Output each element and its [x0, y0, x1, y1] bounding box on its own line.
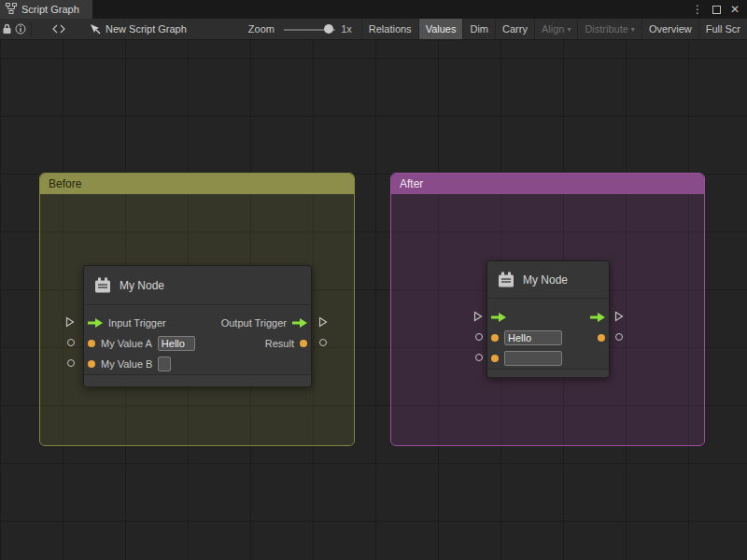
tab-title: Script Graph: [21, 4, 79, 15]
my-value-b-input[interactable]: [158, 357, 171, 371]
toolbar-buttons: Relations Values Dim Carry Align ▾ Distr…: [361, 19, 747, 40]
distribute-button[interactable]: Distribute ▾: [577, 19, 641, 40]
align-button[interactable]: Align ▾: [534, 19, 577, 40]
group-before-title: Before: [49, 177, 81, 190]
tab-bar: Script Graph ⋮ ✕: [0, 0, 747, 19]
value-input-port-icon[interactable]: [88, 360, 95, 368]
control-input-port-icon[interactable]: [491, 313, 506, 322]
port-label: Result: [265, 338, 294, 349]
graph-toolbar: New Script Graph Zoom 1x Relations Value…: [0, 19, 747, 40]
fullscreen-button[interactable]: Full Scr: [698, 19, 747, 40]
chevron-down-icon: ▾: [567, 25, 571, 34]
node-title: My Node: [523, 273, 568, 287]
script-graph-window: Script Graph ⋮ ✕: [0, 0, 747, 560]
external-value-port-icon[interactable]: [615, 333, 623, 341]
group-before-header[interactable]: Before: [40, 174, 354, 194]
zoom-label: Zoom: [248, 23, 275, 35]
graph-title-button[interactable]: New Script Graph: [90, 23, 187, 35]
control-output-port-icon[interactable]: [292, 318, 307, 328]
overview-label: Overview: [649, 23, 692, 35]
node-rows: [487, 299, 609, 369]
node-icon: [93, 277, 112, 294]
distribute-label: Distribute: [585, 23, 627, 35]
graph-title-icon: [90, 23, 101, 35]
port-label: My Value B: [101, 358, 152, 370]
port-row: Input Trigger Output Trigger: [84, 313, 311, 333]
window-controls: ⋮ ✕: [692, 0, 747, 19]
info-icon[interactable]: [13, 19, 26, 40]
value-input-port-icon[interactable]: [88, 340, 95, 347]
external-value-port-icon[interactable]: [475, 333, 483, 341]
overview-button[interactable]: Overview: [641, 19, 698, 40]
node-rows: Input Trigger Output Trigger My Valu: [84, 305, 311, 374]
control-input-port-icon[interactable]: [88, 318, 103, 328]
carry-label: Carry: [502, 23, 528, 35]
tab-script-graph[interactable]: Script Graph: [0, 0, 92, 19]
close-icon[interactable]: ✕: [730, 3, 740, 16]
node-header[interactable]: My Node: [84, 266, 311, 305]
zoom-slider[interactable]: [284, 19, 335, 40]
relations-button[interactable]: Relations: [361, 19, 418, 40]
control-output-port-icon[interactable]: [590, 313, 605, 322]
group-after-title: After: [400, 177, 423, 190]
node-my-node-before[interactable]: My Node Input Trigger Output Trigger: [83, 265, 312, 386]
toolbar-separator: [31, 22, 32, 36]
port-row: My Value B: [84, 354, 311, 374]
node-footer: [84, 374, 311, 386]
value-output-port-icon[interactable]: [598, 334, 605, 342]
node-icon: [497, 272, 515, 288]
script-graph-icon: [6, 3, 17, 16]
external-value-port-icon[interactable]: [319, 339, 327, 346]
my-value-a-input[interactable]: [158, 336, 195, 351]
port-label: Input Trigger: [108, 317, 166, 329]
node-title: My Node: [120, 279, 164, 292]
external-value-port-icon[interactable]: [67, 339, 75, 346]
port-row: [487, 328, 609, 348]
lock-icon[interactable]: [0, 19, 13, 40]
align-label: Align: [542, 23, 564, 35]
external-control-port-icon[interactable]: [318, 316, 328, 328]
values-button[interactable]: Values: [418, 19, 463, 40]
my-value-a-input[interactable]: [504, 330, 562, 345]
kebab-menu-icon[interactable]: ⋮: [692, 3, 703, 16]
my-value-b-input[interactable]: [504, 351, 562, 366]
external-value-port-icon[interactable]: [475, 354, 483, 361]
dim-button[interactable]: Dim: [462, 19, 495, 40]
maximize-icon[interactable]: [712, 6, 721, 14]
relations-label: Relations: [369, 23, 412, 35]
dim-label: Dim: [470, 23, 488, 35]
group-before[interactable]: Before My Node: [39, 173, 355, 446]
carry-button[interactable]: Carry: [495, 19, 534, 40]
code-icon[interactable]: [52, 19, 65, 40]
zoom-value: 1x: [341, 23, 352, 35]
port-row: [487, 348, 609, 369]
port-row: [487, 307, 609, 328]
port-row: My Value A Result: [84, 333, 311, 354]
fullscreen-label: Full Scr: [706, 23, 740, 35]
group-after-header[interactable]: After: [391, 174, 704, 194]
external-control-port-icon[interactable]: [473, 311, 483, 322]
values-label: Values: [426, 23, 457, 35]
value-input-port-icon[interactable]: [491, 334, 499, 342]
node-footer: [487, 369, 609, 377]
external-control-port-icon[interactable]: [614, 311, 624, 322]
graph-canvas[interactable]: Before My Node: [0, 40, 747, 560]
node-header[interactable]: My Node: [487, 261, 609, 299]
group-after[interactable]: After My Node: [390, 173, 705, 446]
node-my-node-after[interactable]: My Node: [486, 260, 610, 377]
value-input-port-icon[interactable]: [491, 355, 499, 362]
chevron-down-icon: ▾: [631, 25, 635, 34]
external-value-port-icon[interactable]: [67, 359, 75, 367]
graph-title-label: New Script Graph: [106, 23, 187, 35]
port-label: Output Trigger: [221, 317, 287, 329]
external-control-port-icon[interactable]: [65, 316, 75, 328]
port-label: My Value A: [101, 338, 152, 349]
zoom-slider-knob[interactable]: [324, 24, 333, 34]
value-output-port-icon[interactable]: [300, 340, 307, 347]
